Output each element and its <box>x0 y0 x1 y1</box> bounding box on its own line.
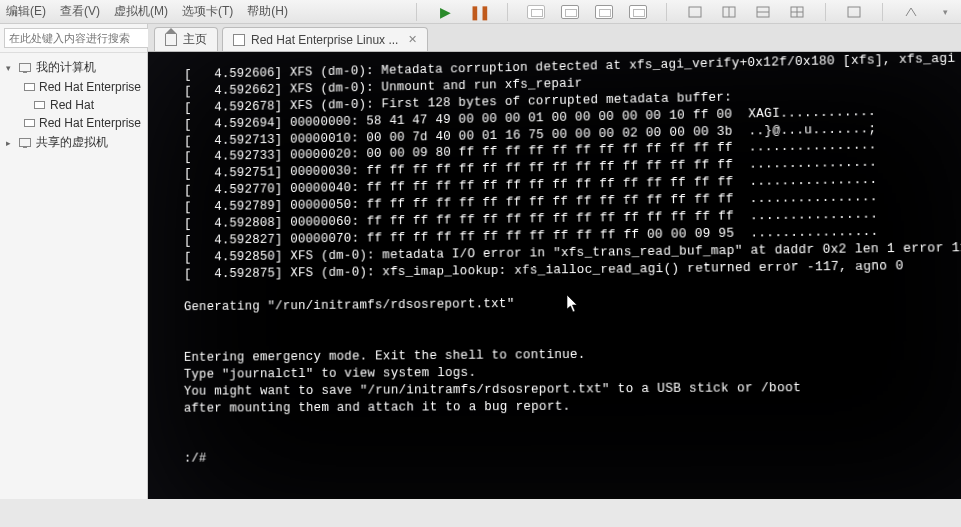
menu-edit[interactable]: 编辑(E) <box>6 3 46 20</box>
separator <box>825 3 826 21</box>
menu-view[interactable]: 查看(V) <box>60 3 100 20</box>
view-single-icon[interactable] <box>685 2 705 22</box>
vm-icon <box>233 34 245 46</box>
view-split-v-icon[interactable] <box>753 2 773 22</box>
snapshot-icon[interactable] <box>526 2 546 22</box>
vm-console[interactable]: [ 4.592606] XFS (dm-0): Metadata corrupt… <box>148 52 961 499</box>
vm-icon <box>32 99 46 111</box>
view-quad-icon[interactable] <box>787 2 807 22</box>
separator <box>882 3 883 21</box>
tab-close-icon[interactable]: ✕ <box>408 33 417 46</box>
menu-help[interactable]: 帮助(H) <box>247 3 288 20</box>
tree-folder[interactable]: ▾我的计算机 <box>2 57 145 78</box>
vm-icon <box>24 81 35 93</box>
power-on-icon[interactable]: ▶ <box>435 2 455 22</box>
unity-icon[interactable] <box>901 2 921 22</box>
toolbar-menu-icon[interactable]: ▾ <box>935 2 955 22</box>
caret-icon: ▸ <box>6 138 14 148</box>
console-output: [ 4.592606] XFS (dm-0): Metadata corrupt… <box>148 52 961 499</box>
home-icon <box>165 34 177 46</box>
tree-label: 共享的虚拟机 <box>36 134 108 151</box>
menu-tabs[interactable]: 选项卡(T) <box>182 3 233 20</box>
menu-vm[interactable]: 虚拟机(M) <box>114 3 168 20</box>
svg-rect-0 <box>689 7 701 17</box>
library-sidebar: ✕ ▾ ▾我的计算机Red Hat Enterprise LinRed HatR… <box>0 24 148 499</box>
tree-label: Red Hat <box>50 98 94 112</box>
tab-label: 主页 <box>183 31 207 48</box>
tab-vm[interactable]: Red Hat Enterprise Linux ...✕ <box>222 27 428 51</box>
tree-folder[interactable]: ▸共享的虚拟机 <box>2 132 145 153</box>
tree-vm-item[interactable]: Red Hat Enterprise Lin <box>2 78 145 96</box>
computer-icon <box>18 137 32 149</box>
library-tree: ▾我的计算机Red Hat Enterprise LinRed HatRed H… <box>0 53 147 157</box>
caret-icon: ▾ <box>6 63 14 73</box>
computer-icon <box>18 62 32 74</box>
tree-label: Red Hat Enterprise Lin <box>39 116 145 130</box>
tree-vm-item[interactable]: Red Hat Enterprise Lin <box>2 114 145 132</box>
fullscreen-icon[interactable] <box>844 2 864 22</box>
snapshot-revert-icon[interactable] <box>560 2 580 22</box>
pause-icon[interactable]: ❚❚ <box>469 2 489 22</box>
tab-home[interactable]: 主页 <box>154 27 218 51</box>
separator <box>666 3 667 21</box>
vm-icon <box>24 117 35 129</box>
snapshot-next-icon[interactable] <box>594 2 614 22</box>
tree-label: Red Hat Enterprise Lin <box>39 80 145 94</box>
view-split-h-icon[interactable] <box>719 2 739 22</box>
svg-rect-8 <box>848 7 860 17</box>
tab-strip: 主页Red Hat Enterprise Linux ...✕ <box>148 24 961 52</box>
menu-bar: 编辑(E) 查看(V) 虚拟机(M) 选项卡(T) 帮助(H) ▶ ❚❚ ▾ <box>0 0 961 24</box>
separator <box>416 3 417 21</box>
tab-label: Red Hat Enterprise Linux ... <box>251 33 398 47</box>
main-area: 主页Red Hat Enterprise Linux ...✕ [ 4.5926… <box>148 24 961 499</box>
tree-label: 我的计算机 <box>36 59 96 76</box>
separator <box>507 3 508 21</box>
tree-vm-item[interactable]: Red Hat <box>2 96 145 114</box>
snapshot-manager-icon[interactable] <box>628 2 648 22</box>
search-input[interactable] <box>4 28 152 48</box>
